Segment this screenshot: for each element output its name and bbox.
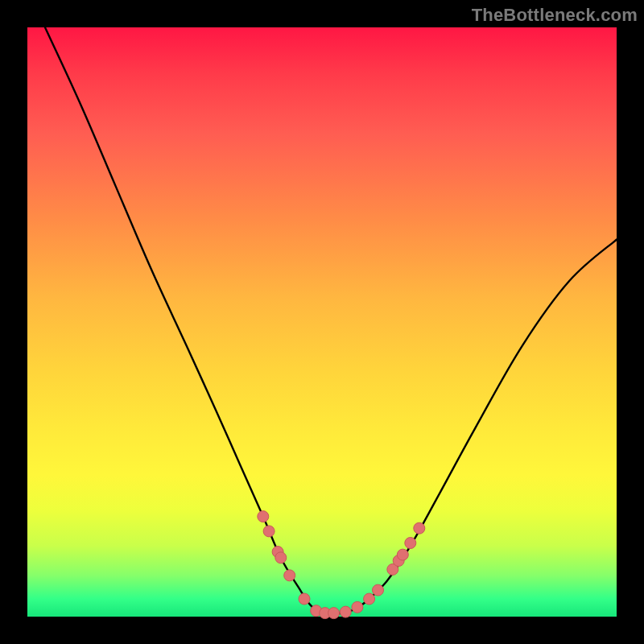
- marker-dot: [340, 606, 351, 617]
- marker-dot: [263, 526, 275, 537]
- curve-layer: [27, 27, 617, 617]
- marker-dot: [364, 593, 375, 605]
- marker-dot: [258, 511, 269, 522]
- marker-dot: [414, 522, 425, 534]
- chart-frame: TheBottleneck.com: [0, 0, 644, 644]
- marker-dot: [284, 570, 295, 581]
- marker-dot: [328, 608, 340, 619]
- marker-dots: [258, 511, 425, 619]
- marker-dot: [405, 538, 416, 549]
- marker-dot: [397, 549, 408, 560]
- marker-dot: [299, 593, 310, 605]
- plot-area: [27, 27, 617, 617]
- marker-dot: [275, 552, 287, 564]
- bottleneck-curve: [45, 27, 617, 614]
- marker-dot: [352, 601, 363, 613]
- watermark-text: TheBottleneck.com: [472, 5, 638, 26]
- marker-dot: [373, 584, 384, 596]
